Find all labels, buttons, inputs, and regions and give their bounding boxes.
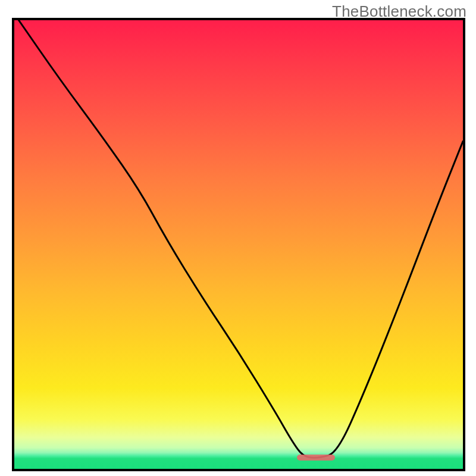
chart-container: TheBottleneck.com bbox=[0, 0, 476, 476]
curve-path bbox=[19, 20, 464, 458]
bottleneck-curve bbox=[14, 20, 463, 469]
plot-frame bbox=[12, 18, 465, 471]
watermark-text: TheBottleneck.com bbox=[332, 2, 466, 21]
minimum-marker bbox=[297, 455, 335, 461]
